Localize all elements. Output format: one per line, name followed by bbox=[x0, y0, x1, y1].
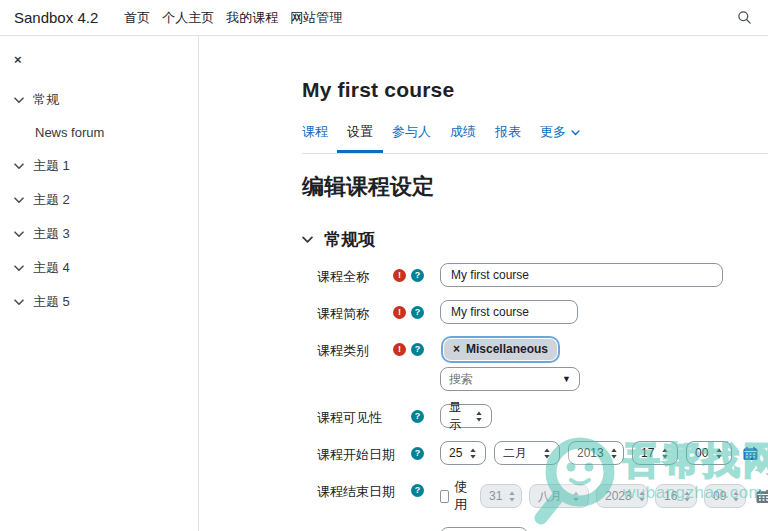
category-search-dropdown[interactable]: 搜索 ▼ bbox=[440, 367, 580, 391]
shortname-input[interactable] bbox=[440, 300, 578, 324]
course-settings-form: 课程全称 ! ? 课程简称 ! ? bbox=[302, 263, 768, 531]
form-row-idnumber: 课程编号 ? bbox=[317, 527, 768, 531]
startdate-month-select[interactable]: 二月 bbox=[494, 441, 560, 465]
enddate-month-value: 八月 bbox=[538, 488, 562, 505]
sidebar-item-topic-2[interactable]: 主题 2 bbox=[14, 191, 198, 209]
sidebar-item-topic-5[interactable]: 主题 5 bbox=[14, 293, 198, 311]
tab-more[interactable]: 更多 bbox=[540, 123, 580, 141]
enddate-month-select: 八月 bbox=[529, 484, 589, 508]
nav-link-dashboard[interactable]: 个人主页 bbox=[162, 9, 214, 27]
category-selected-tag[interactable]: × Miscellaneous bbox=[444, 339, 557, 360]
required-icon: ! bbox=[393, 269, 406, 282]
form-row-shortname: 课程简称 ! ? bbox=[317, 300, 768, 324]
select-arrows-icon bbox=[732, 491, 740, 502]
close-drawer-button[interactable]: × bbox=[14, 52, 28, 67]
fullname-input[interactable] bbox=[440, 263, 723, 287]
startdate-minute-value: 00 bbox=[695, 446, 708, 460]
chevron-down-icon bbox=[302, 236, 313, 244]
select-arrows-icon bbox=[572, 491, 580, 502]
enddate-enable-label: 使用 bbox=[454, 478, 471, 514]
visibility-select[interactable]: 显示 bbox=[440, 404, 492, 428]
nav-link-site-admin[interactable]: 网站管理 bbox=[290, 9, 342, 27]
startdate-day-value: 25 bbox=[449, 446, 462, 460]
help-icon[interactable]: ? bbox=[411, 306, 424, 319]
page-title: 编辑课程设定 bbox=[302, 172, 768, 202]
startdate-label: 课程开始日期 bbox=[317, 446, 395, 464]
form-row-fullname: 课程全称 ! ? bbox=[317, 263, 768, 287]
category-tag-label: Miscellaneous bbox=[466, 342, 548, 356]
enddate-minute-value: 09 bbox=[713, 489, 726, 503]
sidebar-item-general[interactable]: 常规 bbox=[14, 91, 198, 109]
sidebar-item-label: 主题 5 bbox=[33, 293, 70, 311]
idnumber-input[interactable] bbox=[440, 527, 528, 531]
tab-participants[interactable]: 参与人 bbox=[392, 123, 431, 141]
enddate-day-select: 31 bbox=[480, 484, 522, 508]
caret-down-icon: ▼ bbox=[562, 374, 571, 384]
enddate-enable-control[interactable]: 使用 bbox=[440, 478, 471, 514]
sidebar-item-label: 主题 4 bbox=[33, 259, 70, 277]
help-icon[interactable]: ? bbox=[411, 269, 424, 282]
select-arrows-icon bbox=[475, 411, 483, 422]
course-index-drawer: × 常规 News forum 主题 1 主题 2 主题 3 主题 4 主题 5 bbox=[0, 36, 199, 531]
chevron-down-icon bbox=[14, 97, 24, 104]
sidebar-item-topic-3[interactable]: 主题 3 bbox=[14, 225, 198, 243]
visibility-value: 显示 bbox=[449, 399, 469, 433]
top-navbar: Sandbox 4.2 首页 个人主页 我的课程 网站管理 bbox=[0, 0, 768, 36]
sidebar-item-topic-4[interactable]: 主题 4 bbox=[14, 259, 198, 277]
chevron-down-icon bbox=[14, 197, 24, 204]
tab-grades[interactable]: 成绩 bbox=[450, 123, 476, 141]
startdate-hour-value: 17 bbox=[641, 446, 654, 460]
tab-reports[interactable]: 报表 bbox=[495, 123, 521, 141]
tab-more-label: 更多 bbox=[540, 123, 566, 141]
required-icon: ! bbox=[393, 306, 406, 319]
sidebar-item-topic-1[interactable]: 主题 1 bbox=[14, 157, 198, 175]
help-icon[interactable]: ? bbox=[411, 484, 424, 497]
chevron-down-icon bbox=[14, 299, 24, 306]
tab-course[interactable]: 课程 bbox=[302, 123, 328, 141]
help-icon[interactable]: ? bbox=[411, 447, 424, 460]
startdate-year-value: 2013 bbox=[577, 446, 604, 460]
calendar-icon[interactable] bbox=[743, 446, 758, 461]
search-toggle[interactable] bbox=[737, 10, 752, 25]
enddate-label: 课程结束日期 bbox=[317, 483, 395, 501]
sidebar-item-label: 主题 3 bbox=[33, 225, 70, 243]
select-arrows-icon bbox=[469, 448, 477, 459]
enddate-enable-checkbox[interactable] bbox=[440, 490, 449, 503]
calendar-icon bbox=[756, 489, 768, 504]
nav-link-home[interactable]: 首页 bbox=[124, 9, 150, 27]
section-general-toggle[interactable]: 常规项 bbox=[302, 228, 768, 251]
help-icon[interactable]: ? bbox=[411, 410, 424, 423]
section-title: 常规项 bbox=[324, 228, 375, 251]
site-brand[interactable]: Sandbox 4.2 bbox=[14, 9, 98, 26]
startdate-day-select[interactable]: 25 bbox=[440, 441, 486, 465]
startdate-minute-select[interactable]: 00 bbox=[686, 441, 732, 465]
remove-tag-icon[interactable]: × bbox=[453, 342, 460, 356]
chevron-down-icon bbox=[14, 231, 24, 238]
chevron-down-icon bbox=[14, 163, 24, 170]
select-arrows-icon bbox=[638, 491, 646, 502]
close-icon: × bbox=[14, 52, 22, 67]
enddate-hour-select: 16 bbox=[655, 484, 697, 508]
tab-settings[interactable]: 设置 bbox=[347, 123, 373, 141]
chevron-down-icon bbox=[14, 265, 24, 272]
category-search-label: 搜索 bbox=[449, 371, 473, 388]
select-arrows-icon bbox=[683, 491, 691, 502]
help-icon[interactable]: ? bbox=[411, 343, 424, 356]
sidebar-item-news-forum[interactable]: News forum bbox=[14, 125, 198, 140]
page-layout: × 常规 News forum 主题 1 主题 2 主题 3 主题 4 主题 5 bbox=[0, 36, 768, 531]
enddate-minute-select: 09 bbox=[704, 484, 746, 508]
required-icon: ! bbox=[393, 343, 406, 356]
sidebar-item-label: 常规 bbox=[33, 91, 59, 109]
category-label: 课程类别 bbox=[317, 342, 369, 360]
sidebar-item-label: 主题 2 bbox=[33, 191, 70, 209]
primary-nav: 首页 个人主页 我的课程 网站管理 bbox=[112, 9, 342, 27]
select-arrows-icon bbox=[715, 448, 723, 459]
select-arrows-icon bbox=[661, 448, 669, 459]
select-arrows-icon bbox=[543, 448, 551, 459]
enddate-day-value: 31 bbox=[489, 489, 502, 503]
startdate-hour-select[interactable]: 17 bbox=[632, 441, 678, 465]
shortname-label: 课程简称 bbox=[317, 305, 369, 323]
startdate-year-select[interactable]: 2013 bbox=[568, 441, 624, 465]
nav-link-my-courses[interactable]: 我的课程 bbox=[226, 9, 278, 27]
course-nav-tabs: 课程 设置 参与人 成绩 报表 更多 bbox=[302, 123, 768, 154]
